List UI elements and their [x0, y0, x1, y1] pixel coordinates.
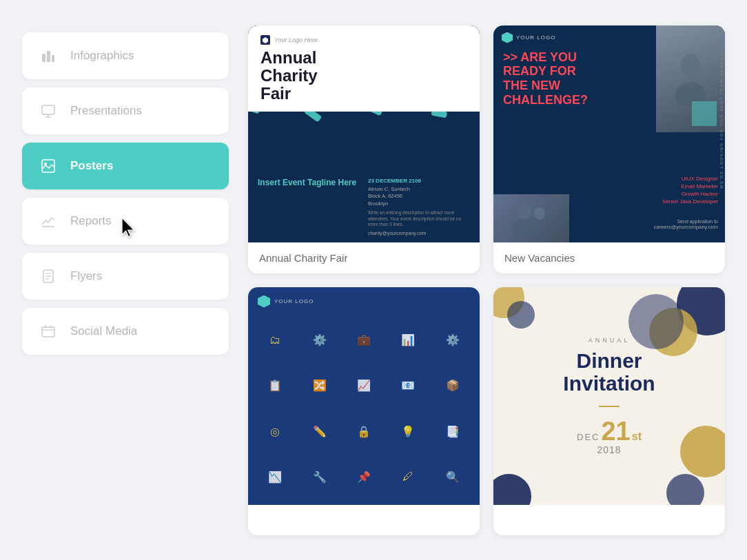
svg-rect-13	[42, 327, 54, 337]
dinner-preview: ANNUAL DinnerInvitation DEC 21 st 2018	[493, 287, 725, 505]
social-media-icon	[37, 320, 59, 342]
card-vacancies-label: New Vacancies	[493, 242, 725, 273]
sidebar-item-label: Posters	[70, 159, 113, 173]
vacancies-preview: YOUR LOGO >> ARE YOUREADY FORTHE NEWCHAL…	[493, 25, 725, 242]
presentations-icon	[37, 100, 59, 122]
infographics-icon	[37, 45, 59, 67]
sidebar-item-social-media[interactable]: Social Media	[22, 308, 229, 355]
sidebar-item-posters[interactable]: Posters	[22, 143, 229, 189]
svg-point-53	[518, 204, 531, 219]
charity-preview: Your Logo Here AnnualCharityFair	[248, 25, 480, 242]
vac-headline: >> ARE YOUREADY FORTHE NEWCHALLENGE?	[503, 50, 653, 107]
sidebar-item-presentations[interactable]: Presentations	[22, 87, 229, 134]
svg-rect-2	[52, 55, 54, 62]
sidebar-item-label: Social Media	[70, 324, 137, 338]
dinner-divider	[599, 406, 620, 407]
svg-point-54	[512, 219, 537, 236]
card-charity-label: Annual Charity Fair	[248, 242, 480, 273]
dinner-month: DEC	[577, 432, 600, 442]
svg-marker-17	[263, 37, 268, 43]
dinner-day: 21	[601, 418, 630, 444]
dinner-year: 2018	[597, 444, 621, 455]
sidebar-item-label: Flyers	[70, 269, 102, 283]
vac-role-3: Growth Hacker	[662, 191, 718, 197]
vac-role-1: UIUX Designer	[662, 176, 718, 182]
charity-address: Block A, 62456Brooklyn	[368, 193, 470, 207]
vac-apply-text: Send application to	[654, 219, 718, 224]
charity-date: 23 DECEMBER 2108	[368, 178, 470, 184]
charity-venue: Atrium C, Suntech	[368, 186, 470, 194]
card-dinner-label	[493, 505, 725, 535]
vac-role-4: Senior Java Developer	[662, 198, 718, 205]
content-grid: Your Logo Here AnnualCharityFair	[248, 25, 725, 535]
svg-point-55	[534, 207, 545, 220]
card-dinner[interactable]: ANNUAL DinnerInvitation DEC 21 st 2018	[493, 287, 725, 535]
business-preview: YOUR LOGO 🗂 ⚙️ 💼 📊 ⚙️ 📋 🔀 📈	[248, 287, 480, 505]
dinner-ordinal: st	[632, 431, 642, 443]
card-charity-fair[interactable]: Your Logo Here AnnualCharityFair	[248, 25, 480, 273]
vac-side-text: WE'RE LOOKING FOR OUR NEXT TEAM MEMBERS.	[719, 46, 724, 189]
biz-logo-text: YOUR LOGO	[274, 298, 314, 304]
dinner-annual: ANNUAL	[589, 337, 631, 344]
vac-apply-email: careers@yourcompany.com	[654, 224, 718, 230]
charity-logo-text: Your Logo Here	[274, 37, 318, 43]
sidebar-item-label: Presentations	[70, 104, 142, 118]
sidebar-item-label: Reports	[70, 214, 112, 228]
dinner-title: DinnerInvitation	[563, 349, 655, 395]
charity-email: charity@yourcompany.com	[368, 231, 470, 236]
vac-role-2: Email Marketer	[662, 183, 718, 189]
sidebar: Infographics Presentations Posters	[22, 25, 229, 535]
charity-tagline: Insert Event Tagline Here	[258, 178, 360, 187]
charity-description: Write an enticing description to attract…	[368, 210, 470, 227]
svg-point-51	[681, 54, 700, 76]
svg-rect-1	[47, 51, 50, 62]
reports-icon	[37, 210, 59, 232]
svg-rect-3	[42, 105, 54, 114]
card-business-label	[248, 505, 480, 535]
card-new-vacancies[interactable]: YOUR LOGO >> ARE YOUREADY FORTHE NEWCHAL…	[493, 25, 725, 273]
card-business[interactable]: YOUR LOGO 🗂 ⚙️ 💼 📊 ⚙️ 📋 🔀 📈	[248, 287, 480, 535]
charity-title-preview: AnnualCharityFair	[260, 49, 467, 103]
svg-rect-0	[42, 54, 45, 62]
posters-icon	[37, 155, 59, 177]
sidebar-item-flyers[interactable]: Flyers	[22, 253, 229, 300]
sidebar-item-infographics[interactable]: Infographics	[22, 32, 229, 79]
flyers-icon	[37, 265, 59, 287]
sidebar-item-label: Infographics	[70, 49, 134, 63]
vac-logo: YOUR LOGO	[516, 34, 555, 41]
